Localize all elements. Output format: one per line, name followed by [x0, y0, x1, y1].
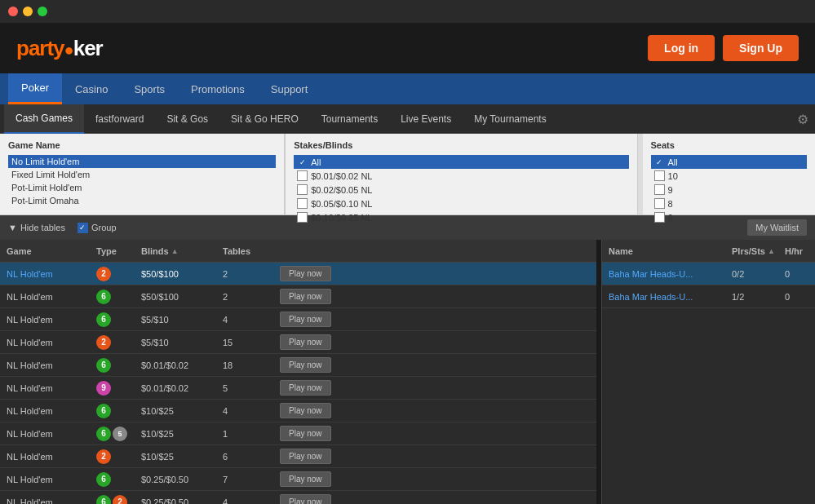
right-col-plrs[interactable]: Plrs/Sts ▲: [725, 240, 778, 262]
cell-tables: 15: [216, 338, 273, 347]
cell-blinds: $0.25/$0.50: [135, 497, 216, 505]
cell-tables: 2: [216, 292, 273, 302]
filter-seat-3[interactable]: 8: [651, 197, 807, 210]
nav-promotions[interactable]: Promotions: [178, 73, 258, 104]
type-badge: 6: [96, 495, 111, 505]
play-now-button[interactable]: Play now: [280, 449, 331, 464]
tab-fastforward[interactable]: fastforward: [84, 104, 155, 134]
filter-stake-2[interactable]: $0.02/$0.05 NL: [294, 183, 628, 197]
right-cell-name: Baha Mar Heads-U...: [602, 292, 725, 302]
cell-tables: 1: [216, 429, 273, 439]
filter-game-3[interactable]: Pot-Limit Omaha: [8, 194, 276, 207]
type-badge: 6: [96, 472, 111, 487]
tab-sit-and-gos[interactable]: Sit & Gos: [155, 104, 219, 134]
filter-stake-4[interactable]: $0.10/$0.25 NL: [294, 210, 628, 224]
cell-blinds: $0.25/$0.50: [135, 475, 216, 484]
plrs-sort-icon: ▲: [768, 247, 775, 255]
stakes-header: Stakes/Blinds: [294, 140, 628, 150]
cell-game: NL Hold'em: [0, 360, 90, 370]
cell-type: 6: [90, 472, 135, 487]
col-header-blinds[interactable]: Blinds ▲: [135, 240, 216, 262]
play-now-button[interactable]: Play now: [280, 312, 331, 327]
cell-blinds: $50/$100: [135, 292, 216, 302]
cell-blinds: $0.01/$0.02: [135, 383, 216, 393]
right-row: Baha Mar Heads-U... 1/2 0: [602, 285, 815, 308]
nav-casino[interactable]: Casino: [62, 73, 121, 104]
nav-poker[interactable]: Poker: [8, 73, 62, 104]
main-content: Game Type Blinds ▲ Tables NL Hold'em 2 $…: [0, 240, 815, 504]
tabbar: Cash Games fastforward Sit & Gos Sit & G…: [0, 104, 815, 134]
right-row: Baha Mar Heads-U... 0/2 0: [602, 263, 815, 285]
cell-blinds: $5/$10: [135, 338, 216, 347]
minimize-button[interactable]: [23, 7, 33, 16]
filter-stake-0[interactable]: ✓ All: [294, 155, 628, 169]
cell-action: Play now: [273, 426, 596, 441]
close-button[interactable]: [8, 7, 18, 16]
play-now-button[interactable]: Play now: [280, 334, 331, 350]
my-waitlist-button[interactable]: My Waitlist: [747, 219, 807, 236]
seat-checkbox-3: [654, 198, 665, 209]
table-row: NL Hold'em 9 $0.01/$0.02 5 Play now: [0, 377, 596, 400]
cell-type: 6: [90, 312, 135, 327]
cell-action: Play now: [273, 289, 596, 304]
play-now-button[interactable]: Play now: [280, 471, 331, 487]
nav-sports[interactable]: Sports: [121, 73, 178, 104]
seat-checkbox-4: [654, 212, 665, 223]
logo: party●ker: [16, 36, 103, 61]
cell-action: Play now: [273, 380, 596, 396]
tab-tournaments[interactable]: Tournaments: [310, 104, 389, 134]
filter-game-1[interactable]: Fixed Limit Hold'em: [8, 168, 276, 181]
navbar: Poker Casino Sports Promotions Support: [0, 73, 815, 104]
play-now-button[interactable]: Play now: [280, 494, 331, 504]
table-row: NL Hold'em 2 $10/$25 6 Play now: [0, 445, 596, 468]
stake-checkbox-4: [297, 212, 308, 223]
cell-tables: 5: [216, 383, 273, 393]
nav-support[interactable]: Support: [258, 73, 321, 104]
play-now-button[interactable]: Play now: [280, 266, 331, 281]
tab-my-tournaments[interactable]: My Tournaments: [463, 104, 557, 134]
cell-game: NL Hold'em: [0, 315, 90, 325]
group-checkbox[interactable]: ✓ Group: [78, 223, 117, 233]
cell-tables: 4: [216, 497, 273, 505]
table-row: NL Hold'em 2 $5/$10 15 Play now: [0, 331, 596, 354]
hide-tables-toggle[interactable]: ▼ Hide tables: [8, 223, 65, 232]
play-now-button[interactable]: Play now: [280, 380, 331, 396]
filter-seat-0[interactable]: ✓ All: [651, 155, 807, 169]
cell-action: Play now: [273, 357, 596, 373]
cell-action: Play now: [273, 334, 596, 350]
filter-stake-1[interactable]: $0.01/$0.02 NL: [294, 169, 628, 183]
filter-game-0[interactable]: No Limit Hold'em: [8, 155, 276, 168]
right-cell-hhr: 0: [778, 269, 815, 279]
right-col-hhr: H/hr: [778, 240, 815, 262]
tab-live-events[interactable]: Live Events: [389, 104, 463, 134]
maximize-button[interactable]: [38, 7, 47, 16]
cell-game: NL Hold'em: [0, 269, 90, 279]
type-badge: 2: [96, 335, 111, 350]
seats-filter: Seats ✓ All 10 9 8 6: [643, 134, 815, 214]
col-header-game[interactable]: Game: [0, 240, 90, 262]
login-button[interactable]: Log in: [648, 35, 715, 61]
type-badge: 9: [96, 381, 111, 396]
seat-checkbox-2: [654, 184, 665, 195]
filter-seat-1[interactable]: 10: [651, 169, 807, 183]
play-now-button[interactable]: Play now: [280, 289, 331, 304]
play-now-button[interactable]: Play now: [280, 426, 331, 441]
tab-sit-and-go-hero[interactable]: Sit & Go HERO: [219, 104, 310, 134]
col-header-action: [273, 240, 596, 262]
table-row: NL Hold'em 6 5 $10/$25 1 Play now: [0, 422, 596, 445]
filter-stake-3[interactable]: $0.05/$0.10 NL: [294, 197, 628, 210]
signup-button[interactable]: Sign Up: [723, 35, 799, 61]
filter-game-2[interactable]: Pot-Limit Hold'em: [8, 181, 276, 194]
filter-seat-2[interactable]: 9: [651, 183, 807, 197]
stake-checkbox-2: [297, 184, 308, 195]
type-badge: 2: [96, 267, 111, 281]
col-header-tables: Tables: [216, 240, 273, 262]
cell-game: NL Hold'em: [0, 338, 90, 347]
cell-game: NL Hold'em: [0, 429, 90, 439]
play-now-button[interactable]: Play now: [280, 357, 331, 373]
settings-icon[interactable]: ⚙: [797, 111, 808, 126]
header-buttons: Log in Sign Up: [648, 35, 799, 61]
play-now-button[interactable]: Play now: [280, 403, 331, 418]
tab-cash-games[interactable]: Cash Games: [4, 104, 84, 134]
game-name-filter: Game Name No Limit Hold'em Fixed Limit H…: [0, 134, 285, 214]
